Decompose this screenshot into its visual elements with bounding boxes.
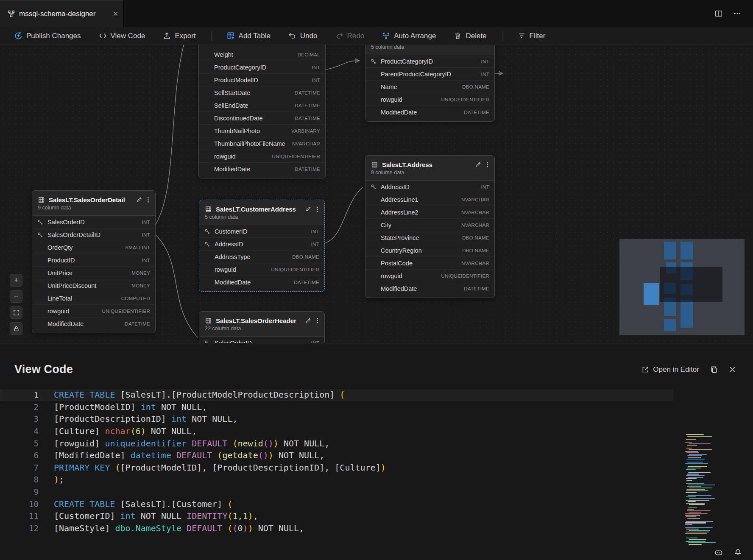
table-card-top-partial[interactable]: WeightDECIMALProductCategoryIDINTProduct… bbox=[198, 45, 326, 178]
column-row[interactable]: ModifiedDateDATETIME bbox=[365, 106, 494, 119]
column-row[interactable]: rowguidUNIQUEIDENTIFIER bbox=[32, 305, 155, 318]
minimap-code-line bbox=[684, 460, 716, 461]
column-row[interactable]: SellStartDateDATETIME bbox=[199, 86, 325, 99]
table-header: SalesLT.SalesOrderDetail9 column data bbox=[32, 191, 155, 216]
column-row[interactable]: SalesOrderIDINT bbox=[32, 216, 155, 228]
column-type: NVARCHAR bbox=[292, 141, 320, 146]
column-row[interactable]: ModifiedDateDATETIME bbox=[199, 276, 324, 289]
table-card-address[interactable]: SalesLT.Address9 column dataAddressIDINT… bbox=[365, 155, 495, 298]
view-code-button[interactable]: View Code bbox=[92, 30, 152, 42]
edit-table-icon[interactable] bbox=[304, 206, 312, 212]
column-row[interactable]: ModifiedDateDATETIME bbox=[199, 163, 325, 176]
edit-table-icon[interactable] bbox=[304, 318, 312, 323]
column-row[interactable]: CityNVARCHAR bbox=[365, 219, 494, 231]
column-row[interactable]: ProductModelIDINT bbox=[199, 74, 325, 86]
table-card-sales-order-header[interactable]: SalesLT.SalesOrderHeader22 column dataSa… bbox=[199, 311, 325, 343]
schema-canvas[interactable]: WeightDECIMALProductCategoryIDINTProduct… bbox=[0, 45, 753, 343]
copy-code-icon[interactable] bbox=[710, 366, 718, 373]
column-row[interactable]: AddressTypeDBO.NAME bbox=[199, 251, 324, 263]
redo-button[interactable]: Redo bbox=[329, 30, 371, 42]
column-row[interactable]: NameDBO.NAME bbox=[365, 81, 494, 93]
column-row[interactable]: SellEndDateDATETIME bbox=[199, 99, 325, 112]
zoom-out-button[interactable]: − bbox=[10, 290, 22, 303]
code-line[interactable]: 6[ModifiedDate] datetime DEFAULT (getdat… bbox=[0, 449, 672, 462]
tab-mssql-schema-designer[interactable]: mssql-schema-designer bbox=[0, 0, 124, 27]
edit-table-icon[interactable] bbox=[135, 197, 143, 203]
close-panel-icon[interactable] bbox=[729, 366, 736, 373]
column-row[interactable]: ThumbnailPhotoFileNameNVARCHAR bbox=[199, 137, 325, 150]
open-in-editor-button[interactable]: Open in Editor bbox=[641, 365, 699, 374]
export-button[interactable]: Export bbox=[156, 30, 202, 42]
table-menu-icon[interactable] bbox=[485, 162, 489, 168]
copilot-icon[interactable] bbox=[714, 549, 723, 557]
table-menu-icon[interactable] bbox=[315, 206, 319, 212]
table-card-top-right-partial[interactable]: 5 column dataProductCategoryIDINTParentP… bbox=[365, 45, 495, 122]
add-table-button[interactable]: Add Table bbox=[220, 30, 277, 42]
fit-view-button[interactable] bbox=[10, 306, 22, 319]
column-type: DBO.NAME bbox=[462, 235, 489, 240]
column-row[interactable]: AddressLine2NVARCHAR bbox=[365, 206, 494, 219]
code-token: DEFAULT bbox=[192, 438, 227, 449]
table-menu-icon[interactable] bbox=[315, 318, 319, 324]
code-line[interactable]: 9 bbox=[0, 486, 672, 498]
minimap-code-line bbox=[686, 503, 705, 504]
column-row[interactable]: UnitPriceMONEY bbox=[32, 267, 155, 279]
code-line[interactable]: 12[NameStyle] dbo.NameStyle DEFAULT ((0)… bbox=[0, 522, 672, 535]
column-row[interactable]: UnitPriceDiscountMONEY bbox=[32, 279, 155, 292]
edit-table-icon[interactable] bbox=[474, 162, 482, 167]
publish-changes-button[interactable]: Publish Changes bbox=[8, 30, 88, 42]
code-line[interactable]: 8); bbox=[0, 474, 672, 486]
column-row[interactable]: OrderQtySMALLINT bbox=[32, 241, 155, 254]
table-card-customer-address[interactable]: SalesLT.CustomerAddress5 column dataCust… bbox=[199, 200, 325, 292]
code-minimap[interactable] bbox=[684, 434, 716, 545]
notifications-bell-icon[interactable] bbox=[734, 549, 742, 557]
code-token: int bbox=[141, 402, 156, 412]
column-row[interactable]: StateProvinceDBO.NAME bbox=[365, 231, 494, 244]
minimap-viewport[interactable] bbox=[660, 267, 722, 302]
code-line[interactable]: 5[rowguid] uniqueidentifier DEFAULT (new… bbox=[0, 437, 672, 449]
column-row[interactable]: ThumbNailPhotoVARBINARY bbox=[199, 125, 325, 137]
column-row[interactable]: WeightDECIMAL bbox=[199, 48, 325, 61]
code-line[interactable]: 3[ProductDescriptionID] int NOT NULL, bbox=[0, 413, 672, 425]
column-row[interactable]: ModifiedDateDATETIME bbox=[32, 318, 155, 330]
table-card-sales-order-detail[interactable]: SalesLT.SalesOrderDetail9 column dataSal… bbox=[32, 190, 156, 333]
undo-button[interactable]: Undo bbox=[282, 30, 324, 42]
column-row[interactable]: rowguidUNIQUEIDENTIFIER bbox=[199, 263, 324, 276]
more-actions-icon[interactable] bbox=[733, 10, 741, 17]
tab-close-icon[interactable] bbox=[113, 11, 118, 17]
split-editor-icon[interactable] bbox=[715, 10, 722, 17]
column-row[interactable]: rowguidUNIQUEIDENTIFIER bbox=[365, 93, 494, 106]
column-row[interactable]: rowguidUNIQUEIDENTIFIER bbox=[365, 270, 494, 282]
column-row[interactable]: ProductIDINT bbox=[32, 254, 155, 267]
code-line[interactable]: 11[CustomerID] int NOT NULL IDENTITY(1,1… bbox=[0, 510, 672, 522]
code-line[interactable]: 2[ProductModelID] int NOT NULL, bbox=[0, 401, 672, 413]
column-row[interactable]: ProductCategoryIDINT bbox=[365, 55, 494, 68]
column-row[interactable]: CountryRegionDBO.NAME bbox=[365, 244, 494, 257]
code-line[interactable]: 1CREATE TABLE [SalesLT].[ProductModelPro… bbox=[0, 389, 672, 401]
delete-button[interactable]: Delete bbox=[447, 30, 493, 42]
column-row[interactable]: DiscontinuedDateDATETIME bbox=[199, 112, 325, 125]
code-line[interactable]: 7PRIMARY KEY ([ProductModelID], [Product… bbox=[0, 462, 672, 474]
column-row[interactable]: SalesOrderDetailIDINT bbox=[32, 228, 155, 241]
zoom-in-button[interactable]: + bbox=[10, 274, 22, 287]
column-row[interactable]: AddressLine1NVARCHAR bbox=[365, 193, 494, 206]
code-line[interactable]: 10CREATE TABLE [SalesLT].[Customer] ( bbox=[0, 498, 672, 510]
canvas-minimap[interactable] bbox=[619, 239, 745, 335]
lock-button[interactable] bbox=[10, 322, 22, 335]
column-row[interactable]: ProductCategoryIDINT bbox=[199, 61, 325, 74]
column-type: DATETIME bbox=[295, 90, 320, 95]
column-row[interactable]: CustomerIDINT bbox=[199, 225, 324, 238]
column-row[interactable]: SalesOrderIDINT bbox=[199, 337, 324, 343]
column-row[interactable]: AddressIDINT bbox=[365, 181, 494, 193]
column-row[interactable]: ModifiedDateDATETIME bbox=[365, 282, 494, 295]
code-token bbox=[136, 511, 141, 521]
column-row[interactable]: PostalCodeNVARCHAR bbox=[365, 257, 494, 270]
column-row[interactable]: ParentProductCategoryIDINT bbox=[365, 68, 494, 81]
table-menu-icon[interactable] bbox=[146, 197, 150, 203]
column-row[interactable]: LineTotalCOMPUTED bbox=[32, 292, 155, 305]
code-line[interactable]: 4[Culture] nchar(6) NOT NULL, bbox=[0, 425, 672, 437]
auto-arrange-button[interactable]: Auto Arrange bbox=[375, 30, 443, 42]
filter-button[interactable]: Filter bbox=[511, 30, 552, 42]
column-row[interactable]: AddressIDINT bbox=[199, 238, 324, 251]
column-row[interactable]: rowguidUNIQUEIDENTIFIER bbox=[199, 150, 325, 163]
